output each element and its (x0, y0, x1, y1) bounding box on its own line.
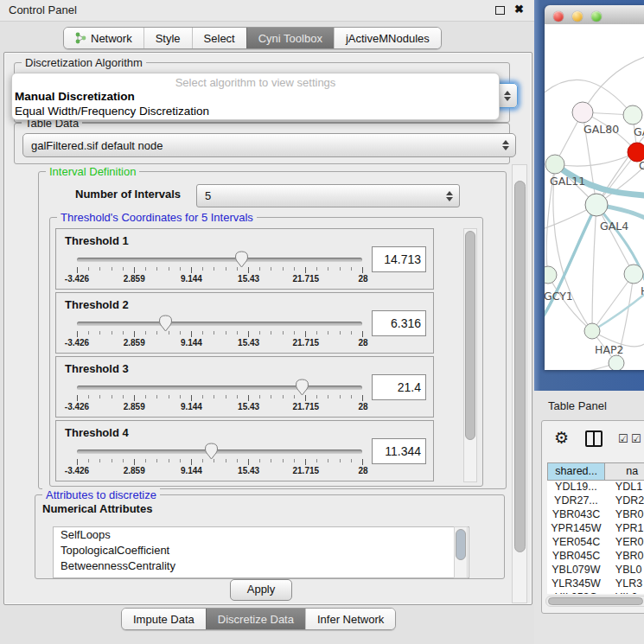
tick-label: 15.43 (238, 338, 259, 348)
threshold-slider[interactable]: -3.4262.8599.14415.4321.71528 (68, 378, 376, 416)
tab-select[interactable]: Select (192, 28, 246, 48)
table-row[interactable]: YDL19... YDL1 (547, 481, 644, 494)
node-label: GA (634, 125, 644, 138)
scrollbar-thumb[interactable] (465, 231, 475, 440)
number-of-intervals-spinner[interactable]: 5 (196, 184, 460, 207)
threshold-label: Threshold 4 (65, 426, 129, 439)
tab-style[interactable]: Style (143, 28, 192, 48)
threshold-slider[interactable]: -3.4262.8599.14415.4321.71528 (68, 442, 376, 480)
network-node[interactable] (584, 323, 600, 339)
list-item[interactable]: SelfLoops (54, 527, 469, 543)
table-row[interactable]: YIL053C YIL0 (547, 591, 644, 594)
tick-label: 15.43 (238, 466, 259, 475)
zoom-traffic-light-icon[interactable] (591, 11, 602, 22)
table-body: YDL19... YDL1 YDR27... YDR2 YBR043C YBR0… (547, 481, 644, 594)
network-node[interactable] (545, 155, 564, 174)
tab-network[interactable]: Network (64, 28, 143, 48)
table-row[interactable]: YLR345W YLR3 (547, 577, 644, 591)
tick-label: 15.43 (238, 274, 259, 284)
table-panel: ⚙ ☑ ☑ shared... na YDL19... YDL1 YDR27..… (541, 420, 644, 614)
threshold-value-field[interactable]: 11.344 (372, 438, 426, 464)
checkbox-icon[interactable]: ☑ (618, 432, 628, 445)
table-row[interactable]: YER054C YER0 (547, 536, 644, 550)
cell-name: YBL0 (605, 564, 644, 577)
slider-track[interactable] (77, 386, 362, 390)
tab-label: Impute Data (133, 613, 194, 626)
threshold-label: Threshold 3 (65, 362, 129, 375)
cell-name: YBR0 (605, 508, 644, 522)
threshold-value-field[interactable]: 14.713 (372, 246, 426, 272)
numerical-attributes-label: Numerical Attributes (42, 502, 152, 515)
checkbox-icon[interactable]: ☑ (631, 432, 641, 445)
tick-label: 2.859 (124, 402, 145, 411)
list-item[interactable]: BetweennessCentrality (54, 558, 469, 574)
network-node[interactable] (572, 102, 593, 123)
panel-scrollbar[interactable] (512, 164, 527, 603)
screen: Control Panel ✖ Network Style Select Cyn… (0, 0, 644, 644)
slider-track[interactable] (77, 258, 362, 262)
slider-thumb-icon[interactable] (204, 443, 219, 460)
tab-label: jActiveMNodules (346, 32, 430, 45)
table-data-combo[interactable]: galFiltered.sif default node (22, 133, 516, 157)
cell-name: YER0 (605, 536, 644, 550)
tab-impute-data[interactable]: Impute Data (122, 609, 206, 629)
slider-thumb-icon[interactable] (158, 315, 173, 332)
apply-button[interactable]: Apply (230, 579, 292, 601)
attributes-scrollbar[interactable] (454, 526, 468, 578)
scrollbar-thumb[interactable] (548, 597, 643, 605)
table-horizontal-scrollbar[interactable] (545, 596, 644, 607)
slider-track[interactable] (77, 450, 362, 454)
float-icon[interactable] (495, 6, 505, 15)
threshold-row: Threshold 4 -3.4262.8599.14415.4321.7152… (55, 420, 434, 481)
tick-label: 21.715 (293, 274, 320, 284)
close-icon[interactable]: ✖ (514, 3, 524, 16)
network-node[interactable] (609, 355, 624, 370)
dropdown-option-manual[interactable]: Manual Discretization (15, 90, 135, 103)
scrollbar-thumb[interactable] (456, 529, 466, 560)
combo-arrows-icon (504, 91, 511, 101)
cell-shared-name: YBR043C (547, 508, 605, 522)
scrollbar-thumb[interactable] (514, 181, 526, 552)
network-node[interactable] (585, 194, 608, 216)
threshold-slider[interactable]: -3.4262.8599.14415.4321.71528 (68, 314, 376, 352)
dropdown-option-equal-width[interactable]: Equal Width/Frequency Discretization (15, 105, 209, 118)
tick-label: -3.426 (65, 402, 89, 411)
threshold-list: Threshold 1 -3.4262.8599.14415.4321.7152… (55, 228, 434, 484)
network-node[interactable] (624, 265, 643, 284)
tab-jactivemnodules[interactable]: jActiveMNodules (334, 28, 441, 48)
column-header-name[interactable]: na (605, 462, 644, 481)
close-traffic-light-icon[interactable] (553, 11, 564, 22)
table-row[interactable]: YBR045C YBR0 (547, 550, 644, 564)
slider-thumb-icon[interactable] (234, 251, 249, 268)
network-edge (548, 275, 592, 331)
network-node[interactable] (545, 266, 557, 284)
tab-infer-network[interactable]: Infer Network (305, 609, 395, 629)
table-row[interactable]: YBR043C YBR0 (547, 508, 644, 522)
threshold-value-field[interactable]: 21.4 (372, 374, 426, 400)
tick-label: 9.144 (181, 466, 202, 475)
tick-label: -3.426 (65, 466, 89, 475)
interval-definition-title: Interval Definition (46, 165, 139, 178)
bottom-tab-bar: Impute Data Discretize Data Infer Networ… (121, 608, 396, 630)
node-label: GAL11 (550, 175, 585, 188)
column-header-shared-name[interactable]: shared... (547, 462, 605, 481)
split-columns-icon[interactable] (585, 430, 603, 447)
slider-thumb-icon[interactable] (295, 379, 309, 396)
network-canvas[interactable]: GAL80GACGAL11GAL4GCY1HHAP2 (545, 24, 644, 370)
list-item[interactable]: TopologicalCoefficient (54, 543, 469, 558)
thresholds-scrollbar[interactable] (463, 228, 477, 482)
table-row[interactable]: YDR27... YDR2 (547, 494, 644, 508)
slider-track[interactable] (77, 322, 362, 326)
tick-label: 28 (358, 274, 367, 284)
tab-cyni-toolbox[interactable]: Cyni Toolbox (246, 28, 334, 48)
gear-icon[interactable]: ⚙ (554, 428, 569, 447)
minimize-traffic-light-icon[interactable] (572, 11, 583, 22)
table-row[interactable]: YBL079W YBL0 (547, 564, 644, 577)
tab-discretize-data[interactable]: Discretize Data (206, 609, 305, 629)
table-row[interactable]: YPR145W YPR1 (547, 522, 644, 536)
network-node[interactable] (623, 105, 642, 124)
attributes-list[interactable]: SelfLoopsTopologicalCoefficientBetweenne… (53, 526, 469, 578)
threshold-value-field[interactable]: 6.316 (372, 310, 426, 336)
cell-shared-name: YLR345W (547, 577, 605, 591)
threshold-slider[interactable]: -3.4262.8599.14415.4321.71528 (68, 250, 376, 288)
